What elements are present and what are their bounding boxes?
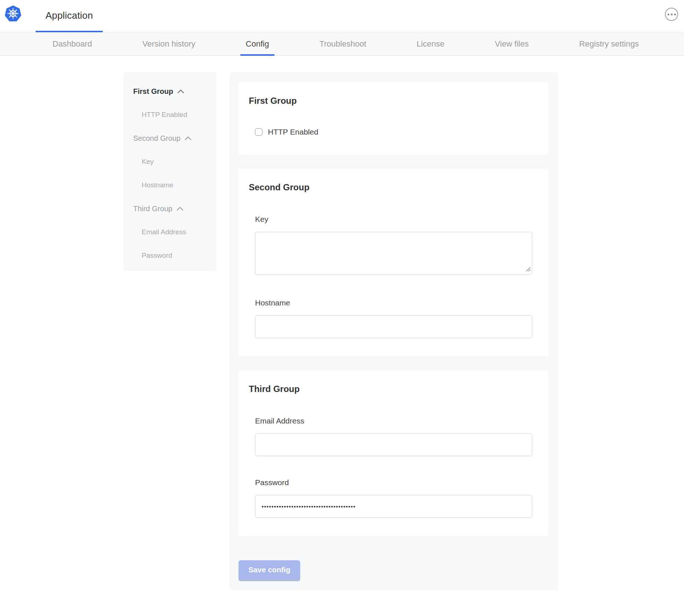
tab-config[interactable]: Config [240,32,275,55]
config-group-card-first-group: First GroupHTTP Enabled [239,82,549,155]
config-cards: First GroupHTTP EnabledSecond GroupKeyHo… [239,82,549,536]
http-enabled-checkbox[interactable] [255,128,262,136]
field-label: Key [255,215,532,224]
config-panel: First GroupHTTP EnabledSecond GroupKeyHo… [229,72,558,590]
tab-view-files[interactable]: View files [489,32,534,55]
field-password: Password [255,478,532,518]
tab-bar: DashboardVersion historyConfigTroublesho… [0,32,684,56]
save-config-button[interactable]: Save config [239,560,300,580]
email-address-input[interactable] [255,433,532,456]
field-hostname: Hostname [255,298,532,338]
group-title: Third Group [249,384,532,395]
checkbox-label[interactable]: HTTP Enabled [268,128,318,136]
sidebar-item-http-enabled[interactable]: HTTP Enabled [133,110,213,119]
sidebar-item-label: HTTP Enabled [142,110,187,119]
more-options-button[interactable] [665,8,678,21]
chevron-up-icon [177,89,184,94]
password-input[interactable] [255,495,532,518]
group-title: Second Group [249,182,532,193]
config-group-card-second-group: Second GroupKeyHostname [239,169,549,356]
sidebar-item-label: Hostname [142,181,174,190]
ellipsis-icon [667,14,676,15]
sidebar-item-email-address[interactable]: Email Address [133,228,213,236]
field-email-address: Email Address [255,417,532,456]
config-group-card-third-group: Third GroupEmail AddressPassword [239,370,549,536]
sidebar-item-first-group[interactable]: First Group [133,87,213,96]
sidebar-item-label: First Group [133,87,173,96]
config-sidebar: First GroupHTTP EnabledSecond GroupKeyHo… [123,72,217,271]
field-label: Email Address [255,417,532,425]
chevron-up-icon [185,136,192,140]
app-nav-link[interactable]: Application [36,0,103,32]
tab-version-history[interactable]: Version history [137,32,201,55]
field-label: Hostname [255,298,532,307]
sidebar-item-key[interactable]: Key [133,157,213,166]
checkbox-field-http-enabled: HTTP Enabled [255,128,532,136]
sidebar-item-second-group[interactable]: Second Group [133,134,213,143]
chevron-up-icon [177,206,183,211]
tab-dashboard[interactable]: Dashboard [47,32,98,55]
textarea-wrapper [255,232,532,276]
field-key: Key [255,215,532,276]
field-label: Password [255,478,532,487]
group-title: First Group [249,95,532,106]
kubernetes-logo-icon [4,5,22,22]
content-area: First GroupHTTP EnabledSecond GroupKeyHo… [0,56,684,590]
tab-troubleshoot[interactable]: Troubleshoot [314,32,372,55]
sidebar-item-label: Email Address [142,228,186,236]
key-textarea[interactable] [255,232,532,275]
sidebar-item-label: Third Group [133,204,172,213]
sidebar-item-label: Second Group [133,134,181,143]
app-title: Application [46,10,93,21]
sidebar-item-password[interactable]: Password [133,251,213,260]
hostname-input[interactable] [255,315,532,338]
sidebar-item-label: Password [142,251,172,260]
tab-license[interactable]: License [411,32,450,55]
sidebar-item-label: Key [142,157,154,166]
sidebar-item-third-group[interactable]: Third Group [133,204,213,213]
tab-registry-settings[interactable]: Registry settings [574,32,644,55]
top-header: Application [0,0,684,32]
sidebar-item-hostname[interactable]: Hostname [133,181,213,190]
